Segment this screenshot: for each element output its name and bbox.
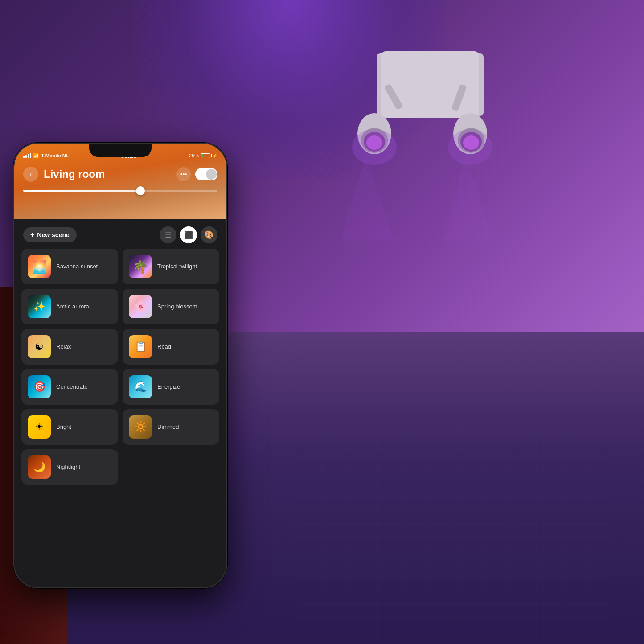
more-dots-icon: ••• — [180, 171, 187, 178]
battery-fill — [201, 154, 204, 157]
brightness-slider-area — [14, 185, 226, 199]
scene-card-tropical-twilight[interactable]: 🌴Tropical twilight — [123, 249, 219, 284]
header-actions: ••• — [176, 167, 217, 181]
scene-card-bright[interactable]: ☀Bright — [21, 409, 118, 445]
scene-thumb-bright: ☀ — [28, 415, 51, 439]
scene-thumb-concentrate: 🎯 — [28, 375, 51, 398]
scene-thumb-nightlight: 🌙 — [28, 455, 51, 479]
scene-label-savanna-sunset: Savanna sunset — [56, 263, 98, 271]
scene-thumb-savanna-sunset: 🌅 — [28, 255, 51, 278]
scene-icon-read: 📋 — [129, 335, 152, 358]
color-wheel-button[interactable]: 🎨 — [201, 226, 217, 243]
scene-thumb-spring-blossom: 🌸 — [129, 295, 152, 318]
signal-strength-icon — [23, 153, 31, 158]
svg-point-13 — [448, 129, 492, 165]
signal-bar-3 — [28, 154, 29, 158]
scene-icon-savanna-sunset: 🌅 — [28, 255, 51, 278]
scene-card-spring-blossom[interactable]: 🌸Spring blossom — [123, 289, 219, 324]
list-icon: ☰ — [165, 231, 171, 239]
scene-icon-spring-blossom: 🌸 — [129, 295, 152, 318]
carrier-info: 📶 T-Mobile NL — [23, 153, 69, 159]
grid-view-button[interactable]: ⬛ — [180, 226, 197, 243]
scene-thumb-arctic-aurora: ✨ — [28, 295, 51, 318]
scene-label-spring-blossom: Spring blossom — [157, 303, 197, 311]
carrier-name: T-Mobile NL — [41, 153, 69, 158]
new-scene-label: New scene — [37, 231, 69, 238]
scene-label-bright: Bright — [56, 423, 71, 431]
scene-card-arctic-aurora[interactable]: ✨Arctic aurora — [21, 289, 118, 324]
room-title: Living room — [44, 168, 176, 180]
wifi-icon: 📶 — [33, 153, 39, 159]
phone-notch — [89, 144, 152, 157]
phone-device: 📶 T-Mobile NL 09:23 25% ⚡ ‹ — [13, 143, 227, 633]
phone-outer-shell: 📶 T-Mobile NL 09:23 25% ⚡ ‹ — [13, 143, 227, 588]
room-power-toggle[interactable] — [195, 168, 217, 180]
brightness-fill — [23, 190, 140, 192]
scene-thumb-read: 📋 — [129, 335, 152, 358]
brightness-track[interactable] — [23, 190, 217, 192]
palette-icon: ⬛ — [184, 231, 193, 239]
brightness-thumb[interactable] — [136, 186, 145, 195]
scenes-area: 🌅Savanna sunset🌴Tropical twilight✨Arctic… — [14, 249, 226, 559]
charging-icon: ⚡ — [212, 153, 217, 158]
toggle-knob — [206, 169, 217, 180]
battery-percent: 25% — [189, 153, 199, 158]
svg-marker-15 — [443, 154, 492, 241]
scene-card-nightlight[interactable]: 🌙Nightlight — [21, 449, 118, 485]
plus-icon: + — [30, 231, 34, 239]
scene-icon-dimmed: 🔆 — [129, 415, 152, 439]
svg-marker-14 — [341, 154, 394, 241]
scene-thumb-tropical-twilight: 🌴 — [129, 255, 152, 278]
scene-card-dimmed[interactable]: 🔆Dimmed — [123, 409, 219, 445]
scene-thumb-relax: ☯ — [28, 335, 51, 358]
scene-card-energize[interactable]: 🌊Energize — [123, 369, 219, 405]
list-view-button[interactable]: ☰ — [160, 226, 176, 243]
scene-icon-arctic-aurora: ✨ — [28, 295, 51, 318]
svg-point-7 — [352, 129, 397, 165]
scene-icon-tropical-twilight: 🌴 — [129, 255, 152, 278]
scene-thumb-energize: 🌊 — [129, 375, 152, 398]
battery-area: 25% ⚡ — [189, 153, 217, 158]
svg-rect-1 — [381, 51, 479, 118]
app-screen: 📶 T-Mobile NL 09:23 25% ⚡ ‹ — [14, 144, 226, 587]
scene-card-read[interactable]: 📋Read — [123, 329, 219, 365]
scene-icon-bright: ☀ — [28, 415, 51, 439]
scene-label-nightlight: Nightlight — [56, 464, 80, 471]
header-nav: ‹ Living room ••• — [14, 163, 226, 185]
scene-card-savanna-sunset[interactable]: 🌅Savanna sunset — [21, 249, 118, 284]
scenes-grid: 🌅Savanna sunset🌴Tropical twilight✨Arctic… — [21, 249, 219, 485]
scenes-toolbar: + New scene ☰ ⬛ 🎨 — [14, 219, 226, 249]
scene-label-dimmed: Dimmed — [157, 423, 179, 431]
scene-icon-relax: ☯ — [28, 335, 51, 358]
scene-label-tropical-twilight: Tropical twilight — [157, 263, 197, 271]
signal-bar-1 — [23, 156, 25, 158]
scene-card-concentrate[interactable]: 🎯Concentrate — [21, 369, 118, 405]
new-scene-button[interactable]: + New scene — [23, 227, 77, 242]
back-chevron-icon: ‹ — [29, 170, 32, 178]
scene-icon-energize: 🌊 — [129, 375, 152, 398]
scene-label-relax: Relax — [56, 343, 71, 351]
view-toggle-group: ☰ ⬛ 🎨 — [160, 226, 217, 243]
back-button[interactable]: ‹ — [23, 167, 38, 182]
scene-icon-concentrate: 🎯 — [28, 375, 51, 398]
spotlight-fixture — [296, 27, 555, 241]
signal-bar-4 — [30, 153, 31, 158]
signal-bar-2 — [25, 155, 27, 158]
brick-texture — [296, 421, 608, 644]
scene-thumb-dimmed: 🔆 — [129, 415, 152, 439]
scene-label-arctic-aurora: Arctic aurora — [56, 303, 89, 311]
scene-label-energize: Energize — [157, 383, 180, 391]
scene-card-relax[interactable]: ☯Relax — [21, 329, 118, 365]
more-options-button[interactable]: ••• — [176, 167, 191, 181]
scene-label-concentrate: Concentrate — [56, 383, 88, 391]
battery-icon — [201, 153, 210, 158]
scene-label-read: Read — [157, 343, 171, 351]
scene-icon-nightlight: 🌙 — [28, 455, 51, 479]
color-wheel-icon: 🎨 — [204, 230, 214, 240]
